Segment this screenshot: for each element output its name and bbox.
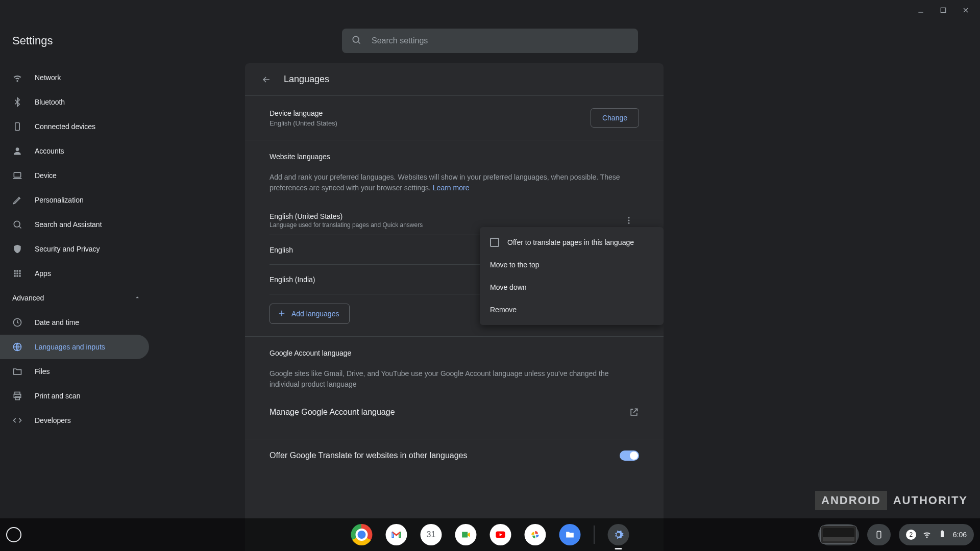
svg-rect-8 xyxy=(14,172,20,177)
code-icon xyxy=(12,415,22,425)
sidebar-item-developers[interactable]: Developers xyxy=(0,408,149,433)
sidebar-item-label: Bluetooth xyxy=(35,98,65,106)
sidebar-item-label: Languages and inputs xyxy=(35,343,105,351)
sidebar-item-label: Device xyxy=(35,171,57,180)
phone-hub-button[interactable] xyxy=(867,524,891,545)
sidebar-item-security-privacy[interactable]: Security and Privacy xyxy=(0,237,149,261)
watermark: ANDROID AUTHORITY xyxy=(815,491,968,510)
menu-item-move-down[interactable]: Move down xyxy=(480,276,664,298)
svg-rect-13 xyxy=(16,270,18,271)
svg-point-7 xyxy=(16,147,19,151)
website-languages-description: Add and rank your preferred languages. W… xyxy=(270,172,639,193)
back-button[interactable] xyxy=(257,70,276,89)
laptop-icon xyxy=(12,170,22,181)
watermark-left: ANDROID xyxy=(815,491,887,510)
desk-switcher[interactable] xyxy=(818,524,859,545)
sidebar-section-label: Advanced xyxy=(12,294,44,302)
language-name: English (India) xyxy=(270,276,315,284)
battery-status-icon xyxy=(938,530,947,540)
menu-item-label: Move down xyxy=(490,283,527,291)
sidebar: Network Bluetooth Connected devices Acco… xyxy=(0,61,153,551)
page-title: Languages xyxy=(284,74,329,85)
svg-rect-35 xyxy=(941,530,943,531)
sidebar-section-advanced[interactable]: Advanced xyxy=(0,286,149,310)
printer-icon xyxy=(12,391,22,401)
add-languages-button[interactable]: Add languages xyxy=(270,304,350,324)
sidebar-item-bluetooth[interactable]: Bluetooth xyxy=(0,90,149,114)
svg-point-10 xyxy=(14,221,20,227)
google-account-language-heading: Google Account language xyxy=(270,349,639,357)
sidebar-item-languages-inputs[interactable]: Languages and inputs xyxy=(0,335,149,359)
sidebar-item-label: Accounts xyxy=(35,147,64,155)
sidebar-item-accounts[interactable]: Accounts xyxy=(0,139,149,163)
clock-icon xyxy=(12,317,22,328)
manage-google-account-language-label: Manage Google Account language xyxy=(270,408,395,417)
calendar-day-label: 31 xyxy=(427,530,436,539)
minimize-button[interactable] xyxy=(911,0,931,20)
sidebar-item-label: Developers xyxy=(35,416,71,424)
folder-icon xyxy=(12,366,22,377)
sidebar-item-label: Search and Assistant xyxy=(35,220,102,229)
person-icon xyxy=(12,146,22,156)
shelf-app-files[interactable] xyxy=(559,524,581,545)
svg-rect-16 xyxy=(16,272,18,274)
globe-icon xyxy=(12,342,22,352)
shelf-app-calendar[interactable]: 31 xyxy=(421,524,442,545)
menu-item-remove[interactable]: Remove xyxy=(480,298,664,321)
shelf-app-meet[interactable] xyxy=(455,524,477,545)
offer-translate-toggle[interactable] xyxy=(620,450,639,461)
change-button[interactable]: Change xyxy=(591,108,639,128)
svg-rect-17 xyxy=(19,272,20,274)
clock-label: 6:06 xyxy=(953,531,967,539)
learn-more-link[interactable]: Learn more xyxy=(433,184,470,192)
phone-icon xyxy=(12,121,22,132)
shield-icon xyxy=(12,244,22,254)
settings-detail-panel: Languages Device language English (Unite… xyxy=(245,63,664,551)
active-app-indicator xyxy=(615,548,622,549)
wifi-status-icon xyxy=(922,530,932,540)
svg-rect-31 xyxy=(462,532,468,538)
sidebar-item-label: Connected devices xyxy=(35,122,95,131)
sidebar-item-label: Personalization xyxy=(35,196,84,204)
language-name: English (United States) xyxy=(270,212,423,220)
menu-item-move-top[interactable]: Move to the top xyxy=(480,254,664,276)
website-languages-heading: Website languages xyxy=(270,153,639,161)
checkbox-unchecked-icon[interactable] xyxy=(490,238,499,247)
sidebar-item-device[interactable]: Device xyxy=(0,163,149,188)
shelf-app-settings[interactable] xyxy=(608,524,629,545)
svg-rect-15 xyxy=(14,272,15,274)
search-icon xyxy=(351,35,361,47)
external-link-icon xyxy=(629,407,639,417)
sidebar-item-apps[interactable]: Apps xyxy=(0,261,149,286)
shelf-app-youtube[interactable] xyxy=(490,524,511,545)
status-tray[interactable]: 2 6:06 xyxy=(899,524,974,545)
svg-rect-18 xyxy=(14,275,15,277)
shelf-app-gmail[interactable] xyxy=(386,524,407,545)
maximize-button[interactable] xyxy=(933,0,953,20)
svg-line-5 xyxy=(358,42,360,44)
svg-point-26 xyxy=(628,217,630,218)
manage-google-account-language-row[interactable]: Manage Google Account language xyxy=(270,398,639,427)
sidebar-item-print-scan[interactable]: Print and scan xyxy=(0,384,149,408)
sidebar-item-personalization[interactable]: Personalization xyxy=(0,188,149,212)
shelf-separator xyxy=(594,525,595,544)
svg-rect-20 xyxy=(19,275,20,277)
sidebar-item-files[interactable]: Files xyxy=(0,359,149,384)
app-title: Settings xyxy=(12,34,53,47)
sidebar-item-search-assistant[interactable]: Search and Assistant xyxy=(0,212,149,237)
search-input[interactable] xyxy=(372,36,629,45)
launcher-button[interactable] xyxy=(6,527,21,542)
sidebar-item-label: Print and scan xyxy=(35,392,81,400)
sidebar-item-date-time[interactable]: Date and time xyxy=(0,310,149,335)
shelf-app-photos[interactable] xyxy=(525,524,546,545)
svg-rect-1 xyxy=(941,8,945,12)
close-button[interactable] xyxy=(955,0,976,20)
search-bar[interactable] xyxy=(342,29,638,53)
menu-item-offer-translate[interactable]: Offer to translate pages in this languag… xyxy=(480,231,664,254)
sidebar-item-network[interactable]: Network xyxy=(0,65,149,90)
sidebar-item-connected-devices[interactable]: Connected devices xyxy=(0,114,149,139)
svg-rect-12 xyxy=(14,270,15,271)
shelf-app-chrome[interactable] xyxy=(351,524,373,545)
plus-icon xyxy=(277,309,286,319)
add-languages-label: Add languages xyxy=(291,310,339,318)
